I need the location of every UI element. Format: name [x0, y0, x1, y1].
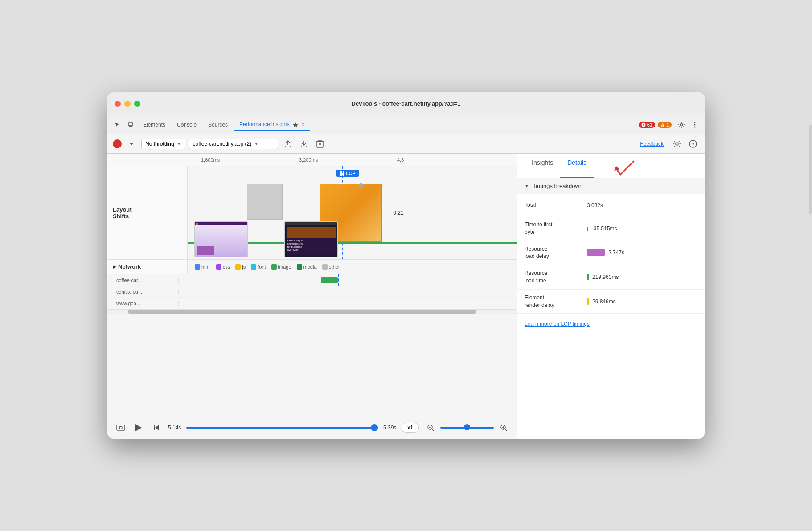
- lcp-badge: LCP: [336, 170, 359, 177]
- net-row-bar-area-2: [179, 286, 517, 297]
- image-dot: [271, 264, 277, 270]
- net-bar-1: [321, 277, 338, 283]
- network-row-3[interactable]: www.goo...: [107, 298, 517, 309]
- network-track-label[interactable]: ▶ Network: [107, 260, 188, 274]
- upload-icon[interactable]: [282, 138, 294, 150]
- timing-row-rlt: Resourceload time 219.963ms: [517, 265, 705, 290]
- zoom-out-icon[interactable]: [424, 421, 437, 434]
- svg-point-16: [119, 426, 122, 429]
- window-title: DevTools - coffee-cart.netlify.app/?ad=1: [352, 100, 461, 107]
- purple-bar: [587, 249, 605, 256]
- legend-js: js: [235, 264, 246, 270]
- zoom-level[interactable]: x1: [402, 423, 419, 433]
- inspect-icon[interactable]: [124, 118, 137, 131]
- legend-media: media: [297, 264, 317, 270]
- feedback-link[interactable]: Feedback: [640, 141, 664, 147]
- net-row-bar-area-3: [179, 298, 517, 309]
- horizontal-scrollbar[interactable]: [107, 309, 517, 314]
- timeline-tracks[interactable]: LayoutShifts LCP 0: [107, 166, 517, 416]
- right-panel-tabs: Insights Details: [517, 154, 705, 178]
- more-icon[interactable]: [689, 118, 701, 131]
- learn-more-link[interactable]: Learn more on LCP timings: [517, 314, 705, 334]
- close-button[interactable]: [115, 101, 121, 107]
- ruler-mark-1: 1,600ms: [201, 157, 220, 163]
- timing-label-rlt: Resourceload time: [525, 270, 587, 285]
- record-button[interactable]: [113, 139, 122, 148]
- network-row-1[interactable]: coffee-car...: [107, 274, 517, 286]
- tab-insights[interactable]: Insights: [525, 154, 560, 178]
- playback-slider-thumb[interactable]: [371, 424, 378, 431]
- timing-row-ttfb: Time to firstbyte | 35.515ms: [517, 216, 705, 241]
- net-row-bar-area-1: [179, 274, 517, 286]
- main-content: 1,600ms 3,200ms 4,8 LayoutShifts LCP: [107, 154, 705, 439]
- cursor-icon[interactable]: [111, 118, 123, 131]
- svg-point-7: [681, 123, 683, 126]
- zoom-controls: [424, 421, 510, 434]
- zoom-slider-thumb[interactable]: [464, 424, 470, 430]
- right-panel-content: ▼ Timings breakdown Total 3.032s Time to…: [517, 178, 705, 439]
- time-end: 5.39s: [383, 425, 396, 431]
- delete-icon[interactable]: [314, 138, 326, 150]
- tab-performance-insights[interactable]: Performance insights ×: [234, 118, 310, 131]
- timing-label-rld: Resourceload delay: [525, 245, 587, 261]
- throttling-select[interactable]: No throttling ▼: [141, 139, 185, 149]
- timings-breakdown-header[interactable]: ▼ Timings breakdown: [517, 178, 705, 194]
- zoom-in-icon[interactable]: [497, 421, 510, 434]
- svg-text:✕: ✕: [642, 123, 645, 126]
- bottom-controls: 5.14s 5.39s x1: [107, 416, 517, 439]
- html-dot: [195, 264, 200, 270]
- help-icon[interactable]: ?: [687, 138, 699, 150]
- legend-html: html: [195, 264, 211, 270]
- settings-icon[interactable]: [675, 118, 688, 131]
- tab-details[interactable]: Details: [560, 154, 594, 178]
- toolbar: No throttling ▼ coffee-cart.netlify.app …: [107, 134, 705, 154]
- timing-value-total: 3.032s: [587, 202, 603, 208]
- dropdown-arrow[interactable]: [125, 138, 138, 150]
- svg-point-8: [694, 122, 696, 123]
- timing-label-erd: Elementrender delay: [525, 294, 587, 309]
- playback-slider[interactable]: [186, 427, 378, 429]
- svg-text:!: !: [662, 123, 663, 127]
- svg-rect-0: [128, 123, 133, 126]
- expand-triangle-icon: ▶: [113, 264, 116, 269]
- recording-target-select[interactable]: coffee-cart.netlify.app (2) ▼: [189, 139, 278, 149]
- play-button[interactable]: [132, 421, 145, 434]
- green-bar: [587, 274, 589, 280]
- gray-block: [247, 184, 283, 220]
- svg-marker-17: [135, 424, 142, 431]
- tab-sources[interactable]: Sources: [203, 119, 233, 131]
- svg-point-12: [676, 143, 678, 145]
- media-dot: [297, 264, 302, 270]
- download-icon[interactable]: [298, 138, 310, 150]
- svg-rect-18: [154, 425, 155, 430]
- js-dot: [235, 264, 241, 270]
- timing-value-ttfb: | 35.515ms: [587, 225, 617, 232]
- layout-shifts-label: LayoutShifts: [107, 201, 187, 225]
- timeline-panel: 1,600ms 3,200ms 4,8 LayoutShifts LCP: [107, 154, 517, 439]
- svg-text:?: ?: [692, 141, 695, 147]
- zoom-slider[interactable]: [440, 427, 494, 429]
- tab-console[interactable]: Console: [172, 119, 202, 131]
- net-row-label-1: coffee-car...: [107, 278, 179, 283]
- svg-rect-11: [317, 141, 323, 147]
- maximize-button[interactable]: [134, 101, 140, 107]
- tab-elements[interactable]: Elements: [138, 119, 171, 131]
- screenshots-area: Free 1 bag ofcoffee beansfor purchaseove…: [194, 221, 338, 257]
- net-dashed-line: [338, 274, 339, 286]
- skip-to-start-icon[interactable]: [150, 421, 163, 434]
- network-rows: coffee-car... cdnjs.clou... www.goo...: [107, 274, 517, 309]
- timing-row-total: Total 3.032s: [517, 194, 705, 216]
- css-dot: [216, 264, 221, 270]
- layout-shifts-label-col: LayoutShifts: [107, 166, 188, 259]
- scrollbar-thumb[interactable]: [128, 310, 476, 314]
- screenshot-thumb-2: Free 1 bag ofcoffee beansfor purchaseove…: [284, 221, 338, 257]
- network-row-2[interactable]: cdnjs.clou...: [107, 286, 517, 298]
- svg-rect-15: [117, 425, 125, 430]
- gear-settings-icon[interactable]: [671, 138, 683, 150]
- minimize-button[interactable]: [124, 101, 131, 107]
- legend-font: font: [251, 264, 266, 270]
- error-badge: ✕ 61: [639, 122, 655, 128]
- other-dot: [322, 264, 328, 270]
- svg-point-9: [694, 124, 696, 125]
- screenshot-toggle-icon[interactable]: [115, 421, 127, 434]
